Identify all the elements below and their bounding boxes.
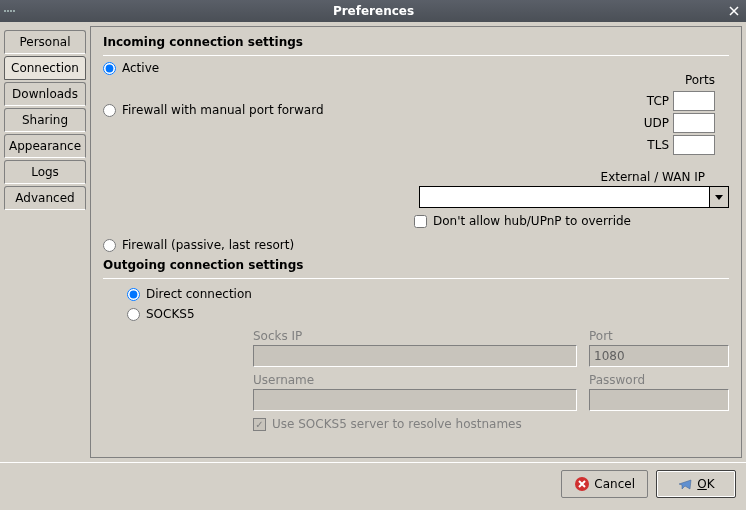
radio-socks-row[interactable]: SOCKS5 (127, 307, 729, 321)
tls-row: TLS (647, 135, 715, 155)
cancel-icon (574, 476, 590, 492)
close-icon (729, 6, 739, 16)
main-panel: Incoming connection settings Active Fire… (90, 26, 742, 458)
radio-active-row[interactable]: Active (103, 61, 324, 75)
override-label: Don't allow hub/UPnP to override (433, 214, 631, 228)
titlebar: Preferences (0, 0, 746, 22)
ok-icon (677, 476, 693, 492)
cancel-label: Cancel (594, 477, 635, 491)
socks-password-input (589, 389, 729, 411)
radio-active-label: Active (122, 61, 159, 75)
ext-wan-container: External / WAN IP (103, 170, 729, 208)
radio-direct[interactable] (127, 288, 140, 301)
incoming-title: Incoming connection settings (103, 35, 729, 49)
tls-label: TLS (647, 138, 669, 152)
outgoing-title: Outgoing connection settings (103, 258, 729, 272)
content-area: Personal Connection Downloads Sharing Ap… (0, 22, 746, 462)
udp-row: UDP (644, 113, 715, 133)
ok-button[interactable]: OK (656, 470, 736, 498)
ok-label: OK (697, 477, 714, 491)
tab-advanced[interactable]: Advanced (4, 186, 86, 210)
chevron-down-icon (715, 195, 723, 200)
tab-downloads[interactable]: Downloads (4, 82, 86, 106)
divider (103, 278, 729, 279)
radio-firewall-passive-label: Firewall (passive, last resort) (122, 238, 294, 252)
radio-firewall-forward-row[interactable]: Firewall with manual port forward (103, 103, 324, 117)
override-checkbox[interactable] (414, 215, 427, 228)
socks-username-label: Username (253, 373, 577, 387)
radio-firewall-forward-label: Firewall with manual port forward (122, 103, 324, 117)
radio-direct-row[interactable]: Direct connection (127, 287, 729, 301)
radio-firewall-forward[interactable] (103, 104, 116, 117)
tls-port-input[interactable] (673, 135, 715, 155)
tcp-port-input[interactable] (673, 91, 715, 111)
close-button[interactable] (726, 3, 742, 19)
tab-personal[interactable]: Personal (4, 30, 86, 54)
tcp-row: TCP (647, 91, 715, 111)
ext-wan-dropdown-button[interactable] (709, 186, 729, 208)
radio-direct-label: Direct connection (146, 287, 252, 301)
socks-grid: Socks IP Port Username Password (253, 329, 729, 431)
socks-username-input (253, 389, 577, 411)
radio-socks-label: SOCKS5 (146, 307, 195, 321)
socks-port-input (589, 345, 729, 367)
resolve-row: ✓ Use SOCKS5 server to resolve hostnames (253, 417, 729, 431)
tab-logs[interactable]: Logs (4, 160, 86, 184)
sidebar: Personal Connection Downloads Sharing Ap… (4, 26, 86, 458)
socks-port-label: Port (589, 329, 729, 343)
radio-socks[interactable] (127, 308, 140, 321)
ports-title: Ports (644, 73, 715, 87)
divider (103, 55, 729, 56)
window-grip-icon (4, 10, 15, 12)
cancel-button[interactable]: Cancel (561, 470, 648, 498)
socks-ip-input (253, 345, 577, 367)
udp-label: UDP (644, 116, 669, 130)
tab-appearance[interactable]: Appearance (4, 134, 86, 158)
ext-wan-combo[interactable] (419, 186, 729, 208)
resolve-label: Use SOCKS5 server to resolve hostnames (272, 417, 522, 431)
socks-ip-label: Socks IP (253, 329, 577, 343)
ext-wan-label: External / WAN IP (601, 170, 705, 184)
tcp-label: TCP (647, 94, 669, 108)
udp-port-input[interactable] (673, 113, 715, 133)
tab-sharing[interactable]: Sharing (4, 108, 86, 132)
window-title: Preferences (21, 4, 726, 18)
ext-wan-input[interactable] (419, 186, 709, 208)
resolve-checkbox: ✓ (253, 418, 266, 431)
radio-firewall-passive[interactable] (103, 239, 116, 252)
radio-active[interactable] (103, 62, 116, 75)
incoming-group: Incoming connection settings Active Fire… (103, 35, 729, 252)
ports-section: Ports TCP UDP TLS (644, 73, 715, 155)
footer: Cancel OK (0, 462, 746, 504)
override-row[interactable]: Don't allow hub/UPnP to override (103, 214, 729, 228)
socks-password-label: Password (589, 373, 729, 387)
tab-connection[interactable]: Connection (4, 56, 86, 80)
radio-firewall-passive-row[interactable]: Firewall (passive, last resort) (103, 238, 729, 252)
outgoing-group: Outgoing connection settings Direct conn… (103, 258, 729, 431)
